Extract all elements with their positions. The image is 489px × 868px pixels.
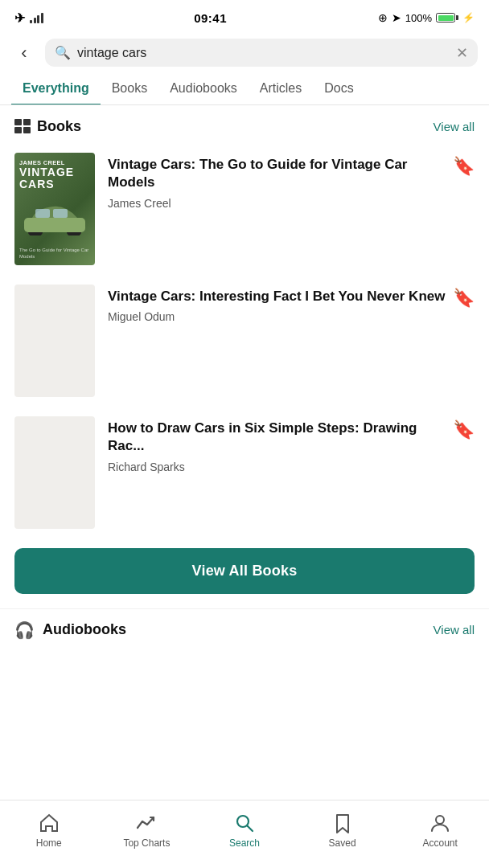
at-icon: ⊕	[378, 11, 388, 24]
book-item-wrapper-2: Vintage Cars: Interesting Fact I Bet You…	[0, 275, 489, 407]
bookmark-nav-icon	[331, 812, 354, 834]
headphone-icon: 🎧	[14, 620, 35, 640]
tab-audiobooks[interactable]: Audiobooks	[158, 73, 249, 105]
car-silhouette-svg	[19, 203, 90, 235]
tab-books[interactable]: Books	[101, 73, 158, 105]
tab-docs[interactable]: Docs	[313, 73, 364, 105]
audiobooks-section-header: 🎧 Audiobooks View all	[0, 608, 489, 648]
nav-label-top-charts: Top Charts	[123, 837, 170, 849]
svg-line-6	[247, 826, 253, 832]
book-item-wrapper-1: JAMES CREEL VINTAGECARS The Go to Guide …	[0, 143, 489, 275]
search-input[interactable]	[77, 46, 450, 60]
audiobooks-section-title: 🎧 Audiobooks	[14, 620, 126, 640]
books-section-title: Books	[14, 118, 81, 135]
tab-articles[interactable]: Articles	[249, 73, 313, 105]
trending-icon	[135, 812, 158, 834]
book-author-3: Richard Sparks	[108, 461, 475, 473]
account-icon	[429, 812, 451, 834]
search-bar: ‹ 🔍 ✕	[0, 32, 489, 73]
tabs-row: Everything Books Audiobooks Articles Doc…	[0, 73, 489, 105]
view-all-button-container: View All Books	[0, 538, 489, 608]
svg-point-7	[436, 816, 444, 824]
books-section-header: Books View all	[0, 105, 489, 143]
book-item-2[interactable]: Vintage Cars: Interesting Fact I Bet You…	[0, 275, 489, 407]
view-all-books-button[interactable]: View All Books	[14, 548, 475, 594]
cover-subtitle: The Go to Guide for Vintage Car Models	[19, 248, 90, 260]
books-view-all-link[interactable]: View all	[434, 120, 475, 133]
audiobooks-view-all-link[interactable]: View all	[434, 623, 475, 637]
airplane-icon: ✈	[14, 10, 25, 26]
location-icon: ➤	[392, 11, 401, 24]
cover-title-label: VINTAGECARS	[19, 166, 90, 191]
bookmark-icon-2: 🔖	[453, 288, 475, 308]
bookmark-icon-3: 🔖	[453, 420, 475, 440]
clear-search-button[interactable]: ✕	[456, 46, 468, 60]
book-info-3: How to Draw Cars in Six Simple Steps: Dr…	[108, 416, 475, 474]
main-content: Books View all JAMES CREEL VINTAGECARS	[0, 105, 489, 720]
svg-rect-4	[53, 209, 68, 218]
nav-label-saved: Saved	[329, 837, 356, 849]
nav-label-account: Account	[422, 837, 457, 849]
bookmark-button-1[interactable]: 🔖	[453, 156, 475, 177]
book-title-1: Vintage Cars: The Go to Guide for Vintag…	[108, 156, 475, 193]
books-grid-icon	[14, 119, 31, 133]
nav-item-saved[interactable]: Saved	[294, 812, 392, 849]
book-item-wrapper-3: How to Draw Cars in Six Simple Steps: Dr…	[0, 407, 489, 538]
nav-item-account[interactable]: Account	[391, 812, 489, 849]
battery-percent: 100%	[405, 12, 432, 24]
book-title-3: How to Draw Cars in Six Simple Steps: Dr…	[108, 420, 475, 457]
book-info-2: Vintage Cars: Interesting Fact I Bet You…	[108, 285, 475, 324]
nav-item-search[interactable]: Search	[195, 812, 294, 849]
home-icon	[38, 812, 60, 834]
back-chevron-icon: ‹	[21, 44, 27, 62]
svg-rect-3	[35, 209, 50, 218]
nav-label-search: Search	[229, 837, 260, 849]
book-cover-2	[14, 285, 95, 397]
search-icon: 🔍	[55, 45, 71, 60]
book-info-1: Vintage Cars: The Go to Guide for Vintag…	[108, 153, 475, 211]
book-cover-3	[14, 416, 95, 529]
bookmark-button-3[interactable]: 🔖	[453, 420, 475, 440]
bookmark-button-2[interactable]: 🔖	[453, 288, 475, 309]
status-left: ✈	[14, 10, 43, 26]
book-cover-1: JAMES CREEL VINTAGECARS The Go to Guide …	[14, 153, 95, 265]
bottom-nav: Home Top Charts Search Saved Account	[0, 800, 489, 868]
nav-item-top-charts[interactable]: Top Charts	[98, 812, 196, 849]
svg-rect-2	[24, 218, 85, 232]
battery-icon	[436, 13, 458, 23]
book-title-2: Vintage Cars: Interesting Fact I Bet You…	[108, 288, 475, 306]
search-input-container[interactable]: 🔍 ✕	[45, 39, 478, 67]
status-time: 09:41	[194, 11, 227, 25]
tab-everything[interactable]: Everything	[11, 73, 101, 105]
book-author-2: Miguel Odum	[108, 310, 475, 323]
status-bar: ✈ 09:41 ⊕ ➤ 100% ⚡	[0, 0, 489, 32]
bolt-icon: ⚡	[462, 12, 475, 23]
book-item-3[interactable]: How to Draw Cars in Six Simple Steps: Dr…	[0, 407, 489, 538]
book-item-1[interactable]: JAMES CREEL VINTAGECARS The Go to Guide …	[0, 143, 489, 275]
search-nav-icon	[233, 812, 256, 834]
signal-bars	[30, 12, 43, 23]
bookmark-icon-1: 🔖	[453, 156, 475, 176]
nav-item-home[interactable]: Home	[0, 812, 98, 849]
book-author-1: James Creel	[108, 197, 475, 210]
status-right: ⊕ ➤ 100% ⚡	[378, 11, 475, 24]
nav-label-home: Home	[36, 837, 62, 849]
back-button[interactable]: ‹	[11, 40, 37, 66]
